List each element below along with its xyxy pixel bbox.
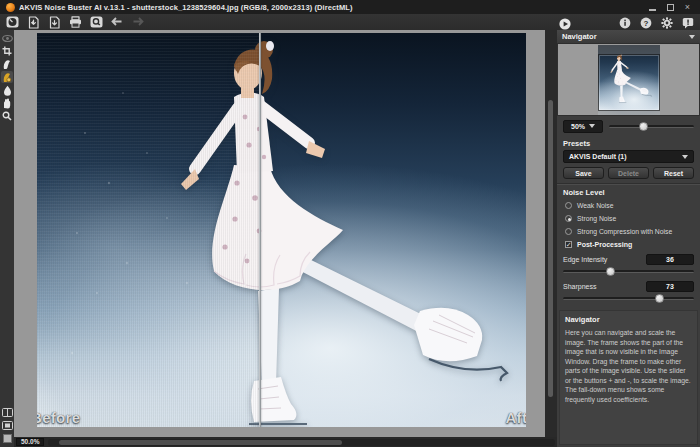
sharpness-slider-handle[interactable] (655, 294, 664, 303)
horizontal-scrollbar-thumb[interactable] (59, 440, 343, 445)
left-tool-panel (0, 30, 14, 447)
chevron-down-icon[interactable] (689, 35, 695, 39)
preset-dropdown[interactable]: AKVIS Default (1) (563, 150, 694, 163)
chevron-down-icon (682, 155, 688, 159)
navigator-zoom-row: 50% (557, 116, 700, 136)
edge-intensity-value[interactable]: 36 (646, 254, 694, 265)
navigator-dim-top (598, 45, 660, 54)
redo-icon[interactable] (131, 16, 145, 29)
presets-label: Presets (557, 136, 700, 150)
run-processing-icon[interactable] (559, 16, 571, 28)
navigator-view-frame[interactable] (598, 54, 660, 111)
edge-intensity-label: Edge Intensity (563, 256, 607, 263)
hints-text: Here you can navigate and scale the imag… (565, 328, 692, 404)
feedback-icon[interactable] (681, 16, 695, 29)
split-view-icon[interactable] (1, 406, 13, 418)
navigator-thumbnail[interactable] (598, 45, 660, 115)
help-icon[interactable]: ? (639, 16, 653, 29)
before-after-split-handle[interactable] (259, 33, 261, 427)
print-icon[interactable] (68, 16, 82, 29)
settings-panel: Navigator 50% Presets AKVIS (557, 30, 700, 447)
navigator-header-bar[interactable]: Navigator (557, 30, 700, 44)
zoom-percentage[interactable]: 50.0% (16, 438, 44, 446)
radio-strong-noise[interactable]: Strong Noise (557, 212, 700, 225)
before-label: Before (37, 409, 80, 426)
preset-buttons: Save Delete Reset (557, 163, 700, 184)
minimize-icon[interactable] (649, 4, 656, 11)
checkbox-label: Post-Processing (577, 241, 632, 248)
delete-button[interactable]: Delete (608, 167, 649, 179)
radio-icon[interactable] (565, 228, 572, 235)
radio-label: Strong Compression with Noise (577, 228, 672, 235)
title-bar: AKVIS Noise Buster AI v.13.1 - shutterst… (0, 0, 700, 14)
edge-intensity-slider[interactable] (563, 267, 694, 276)
horizontal-scrollbar[interactable] (48, 439, 555, 446)
hints-area: Navigator Here you can navigate and scal… (559, 310, 698, 445)
radio-icon[interactable] (565, 202, 572, 209)
navigator-dim-bottom (598, 111, 660, 115)
workspace-gauge-icon[interactable] (5, 16, 19, 29)
zoom-dropdown[interactable]: 50% (563, 120, 603, 133)
chevron-down-icon (589, 124, 595, 128)
app-window: AKVIS Noise Buster AI v.13.1 - shutterst… (0, 0, 700, 447)
sharpness-label: Sharpness (563, 283, 596, 290)
toolbar-right-group: ? (618, 16, 695, 29)
zoom-tool-icon[interactable] (1, 110, 13, 122)
edge-intensity-slider-handle[interactable] (606, 267, 615, 276)
save-button[interactable]: Save (563, 167, 604, 179)
gear-icon[interactable] (660, 16, 674, 29)
zoom-dropdown-value: 50% (571, 123, 585, 130)
frame-view-icon[interactable] (1, 419, 13, 431)
window-title: AKVIS Noise Buster AI v.13.1 - shutterst… (19, 3, 353, 12)
hints-header: Navigator (565, 315, 692, 324)
sharpness-slider[interactable] (563, 294, 694, 303)
undo-icon[interactable] (110, 16, 124, 29)
noise-brush-icon[interactable] (1, 71, 13, 83)
radio-icon-selected[interactable] (565, 215, 572, 222)
svg-text:?: ? (644, 19, 649, 28)
radio-label: Weak Noise (577, 202, 614, 209)
reset-button[interactable]: Reset (653, 167, 694, 179)
noise-level-header: Noise Level (557, 185, 700, 199)
post-processing-row[interactable]: ✓ Post-Processing (557, 238, 700, 252)
after-label: After (505, 409, 526, 426)
image-workspace[interactable]: Before After (14, 30, 545, 437)
zoom-slider-handle[interactable] (639, 122, 648, 131)
maximize-icon[interactable] (667, 4, 674, 11)
image-view[interactable]: Before After (37, 33, 526, 427)
radio-weak-noise[interactable]: Weak Noise (557, 199, 700, 212)
share-preview-icon[interactable] (89, 16, 103, 29)
navigator-thumbnail-area[interactable] (557, 44, 700, 116)
toolbar: ? (0, 14, 700, 30)
save-image-icon[interactable] (47, 16, 61, 29)
blur-drop-icon[interactable] (1, 84, 13, 96)
vertical-scrollbar-thumb[interactable] (548, 100, 553, 397)
navigator-title: Navigator (562, 32, 597, 41)
toolbar-left-group (0, 16, 145, 29)
close-icon[interactable]: × (685, 3, 690, 12)
preset-dropdown-value: AKVIS Default (1) (569, 153, 627, 160)
open-image-icon[interactable] (26, 16, 40, 29)
navigator-zoom-slider[interactable] (609, 122, 694, 131)
radio-strong-compression[interactable]: Strong Compression with Noise (557, 225, 700, 238)
status-bar: 50.0% (14, 437, 557, 447)
quick-preview-icon[interactable] (1, 32, 13, 44)
info-icon[interactable] (618, 16, 632, 29)
radio-label: Strong Noise (577, 215, 616, 222)
checkbox-icon-checked[interactable]: ✓ (565, 241, 572, 248)
history-brush-icon[interactable] (1, 58, 13, 70)
sharpness-value[interactable]: 73 (646, 281, 694, 292)
smudge-hand-icon[interactable] (1, 97, 13, 109)
crop-icon[interactable] (1, 45, 13, 57)
vertical-scrollbar[interactable] (545, 30, 557, 447)
app-logo-icon (6, 3, 15, 12)
background-square-icon[interactable] (1, 432, 13, 444)
before-noise-overlay (37, 33, 260, 427)
window-controls: × (649, 3, 694, 12)
